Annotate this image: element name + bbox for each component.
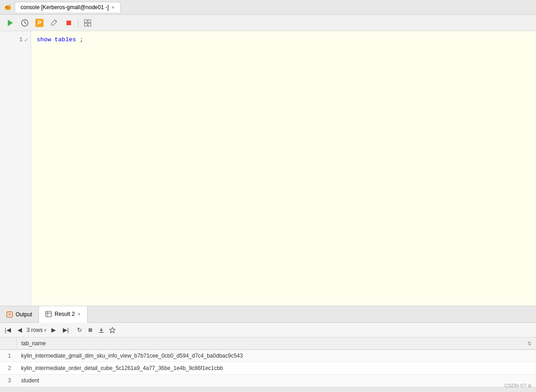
output-tab-label: Output [16, 311, 32, 318]
editor-toolbar: P [0, 15, 536, 31]
result-navigation-toolbar: |◀ ◀ 3 rows ∨ ▶ ▶| ↻ [0, 323, 536, 337]
title-bar: console [Kerberos-gmall@node01 -] × [0, 0, 536, 15]
clock-icon [21, 19, 28, 27]
svg-point-2 [6, 6, 7, 7]
prev-page-button[interactable]: ◀ [15, 325, 25, 335]
editor-area: 1 ✓ show tables ; [0, 31, 536, 306]
svg-line-5 [25, 23, 26, 24]
last-page-button[interactable]: ▶| [61, 325, 71, 335]
line-number-1: 1 ✓ [0, 35, 31, 45]
wrench-icon [50, 19, 58, 27]
tab-result2[interactable]: Result 2 × [39, 306, 87, 323]
svg-rect-14 [46, 311, 51, 317]
toolbar-separator [78, 18, 78, 28]
row-num-header [0, 337, 17, 350]
profile-button[interactable]: P [33, 17, 46, 29]
watermark-text: CSDN ©7 & [504, 383, 531, 388]
rows-count-text: 3 rows [27, 327, 43, 333]
next-page-button[interactable]: ▶ [49, 325, 59, 335]
stop-icon [66, 21, 71, 25]
svg-rect-7 [84, 20, 87, 22]
line-num-display: 1 [15, 37, 22, 43]
rows-count-display: 3 rows ∨ [27, 327, 47, 333]
export-icon [98, 327, 105, 333]
bottom-panel: Output Result 2 × |◀ ◀ 3 rows ∨ ▶ ▶| ↻ [0, 306, 536, 387]
clock-button[interactable] [18, 17, 31, 29]
stop-result-icon [88, 328, 92, 332]
result-tabs-bar: Output Result 2 × [0, 306, 536, 323]
stop-button[interactable] [62, 17, 75, 29]
pin-button[interactable] [107, 325, 117, 335]
row-num-1: 1 [0, 350, 17, 362]
keyword-show-tables: show tables [37, 35, 76, 45]
svg-rect-9 [84, 23, 87, 26]
result-table-container: tab_name ⇅ 1 kylin_intermediate_gmall_di… [0, 337, 536, 387]
watermark: CSDN ©7 & [504, 383, 531, 388]
console-tab[interactable]: console [Kerberos-gmall@node01 -] × [15, 2, 121, 12]
row-num-3: 3 [0, 375, 17, 387]
tab-label: console [Kerberos-gmall@node01 -] [21, 4, 109, 11]
line-check-icon: ✓ [24, 36, 28, 44]
play-icon [8, 20, 13, 26]
line-numbers: 1 ✓ [0, 31, 31, 306]
result-table: tab_name ⇅ 1 kylin_intermediate_gmall_di… [0, 337, 536, 387]
tab-name-cell-1: kylin_intermediate_gmall_dim_sku_info_vi… [17, 350, 536, 362]
export-button[interactable] [96, 325, 106, 335]
tab-close-btn[interactable]: × [111, 5, 114, 10]
semicolon: ; [76, 35, 83, 45]
stop-result-button[interactable] [85, 325, 95, 335]
output-icon [6, 311, 13, 318]
svg-rect-10 [88, 23, 91, 26]
table-row: 2 kylin_intermediate_order_detail_cube_5… [0, 362, 536, 375]
result-action-buttons: ↻ [74, 325, 117, 335]
pin-icon [109, 327, 116, 333]
svg-point-1 [6, 6, 10, 9]
tab-name-cell-3: student [17, 375, 536, 387]
tab-name-header-label: tab_name [22, 340, 46, 347]
table-header-row: tab_name ⇅ [0, 337, 536, 350]
result2-tab-label: Result 2 [55, 311, 75, 317]
refresh-button[interactable]: ↻ [74, 325, 84, 335]
result2-tab-close[interactable]: × [77, 311, 80, 317]
run-button[interactable] [4, 17, 17, 29]
tab-output[interactable]: Output [0, 306, 39, 323]
tab-name-header[interactable]: tab_name ⇅ [17, 337, 536, 350]
row-num-2: 2 [0, 362, 17, 375]
svg-rect-11 [7, 312, 12, 317]
tab-name-cell-2: kylin_intermediate_order_detail_cube_5c1… [17, 362, 536, 375]
rows-chevron-icon[interactable]: ∨ [44, 327, 47, 332]
sort-icon[interactable]: ⇅ [527, 341, 531, 347]
svg-rect-8 [88, 20, 91, 22]
code-line-1: show tables ; [37, 35, 530, 45]
wrench-button[interactable] [48, 17, 61, 29]
profile-icon: P [35, 19, 44, 27]
app-icon [4, 3, 12, 11]
editor-code-area[interactable]: show tables ; [31, 31, 536, 306]
result-grid-icon [45, 311, 52, 317]
grid-button[interactable] [81, 17, 94, 29]
first-page-button[interactable]: |◀ [3, 325, 13, 335]
table-row: 1 kylin_intermediate_gmall_dim_sku_info_… [0, 350, 536, 362]
grid-icon [84, 19, 91, 27]
table-row: 3 student [0, 375, 536, 387]
